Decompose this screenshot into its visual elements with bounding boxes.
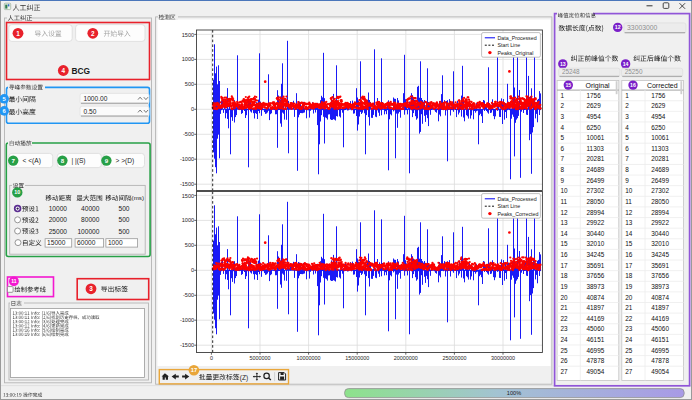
svg-text:30440: 30440 [587,230,605,237]
svg-text:6250: 6250 [587,124,602,131]
svg-text:-1500: -1500 [180,342,194,348]
svg-text:15: 15 [565,82,571,88]
svg-text:44169: 44169 [587,315,605,322]
svg-text:9: 9 [625,177,629,184]
svg-text:20000000: 20000000 [394,355,418,361]
svg-text:26: 26 [625,357,633,364]
svg-text:25: 25 [625,347,633,354]
svg-text:1: 1 [561,92,565,99]
svg-text:Corrected: Corrected [647,82,678,89]
svg-text:29922: 29922 [651,219,669,226]
svg-text:20: 20 [625,294,633,301]
svg-text:32010: 32010 [587,240,605,247]
svg-text:0.50: 0.50 [84,108,97,115]
svg-text:8: 8 [625,166,629,173]
svg-text:-500: -500 [183,131,194,137]
svg-text:5000000: 5000000 [250,355,271,361]
svg-text:1756: 1756 [651,92,666,99]
svg-text:1756: 1756 [587,92,602,99]
svg-text:500: 500 [118,228,129,235]
svg-text:5: 5 [561,134,565,141]
svg-text:4: 4 [62,67,66,74]
svg-text:Peaks_Corrected: Peaks_Corrected [498,211,539,217]
svg-text:47878: 47878 [651,357,669,364]
svg-text:10061: 10061 [651,134,669,141]
svg-text:15: 15 [625,240,633,247]
svg-text:0: 0 [191,106,194,112]
svg-text:1: 1 [625,92,629,99]
svg-text:1000: 1000 [182,217,194,223]
svg-text:26: 26 [561,357,569,364]
svg-text:Start Line: Start Line [498,203,521,209]
svg-text:Data_Processed: Data_Processed [498,35,537,41]
svg-text:500: 500 [185,242,194,248]
svg-text:47878: 47878 [587,357,605,364]
svg-text:6: 6 [625,145,629,152]
svg-text:40874: 40874 [587,294,605,301]
svg-text:15000000: 15000000 [345,355,369,361]
svg-text:20281: 20281 [651,155,669,162]
svg-text:7: 7 [561,155,565,162]
svg-text:16: 16 [561,251,569,258]
svg-text:28050: 28050 [651,198,669,205]
svg-text:24689: 24689 [587,166,605,173]
svg-text:6250: 6250 [651,124,666,131]
svg-text:46151: 46151 [651,336,669,343]
svg-text:16: 16 [630,82,636,88]
svg-text:-1000: -1000 [180,156,194,162]
svg-text:32010: 32010 [651,240,669,247]
svg-text:100000: 100000 [77,228,99,235]
svg-text:25: 25 [561,347,569,354]
svg-text:500: 500 [118,216,129,223]
svg-text:7: 7 [11,157,15,164]
svg-text:19: 19 [625,283,633,290]
svg-text:27: 27 [561,368,569,375]
svg-text:37656: 37656 [587,272,605,279]
svg-text:< <(A): < <(A) [23,157,41,165]
svg-text:Peaks_Original: Peaks_Original [498,50,534,56]
svg-text:9: 9 [105,157,109,164]
svg-text:30440: 30440 [651,230,669,237]
svg-text:2: 2 [561,102,565,109]
svg-text:46151: 46151 [587,336,605,343]
svg-text:12: 12 [625,209,633,216]
svg-text:13: 13 [625,219,633,226]
svg-text:14: 14 [561,230,569,237]
svg-text:11: 11 [561,198,568,205]
svg-text:1000.00: 1000.00 [84,95,108,102]
svg-text:28050: 28050 [587,198,605,205]
svg-text:15: 15 [561,240,569,247]
svg-text:100%: 100% [507,390,521,396]
svg-text:49054: 49054 [587,368,605,375]
svg-text:27: 27 [625,368,633,375]
svg-text:30000000: 30000000 [491,355,515,361]
svg-text:25000000: 25000000 [442,355,466,361]
svg-text:7: 7 [625,155,629,162]
svg-text:4954: 4954 [651,113,666,120]
svg-text:11303: 11303 [651,145,669,152]
svg-text:45060: 45060 [651,325,669,332]
svg-text:13: 13 [561,219,569,226]
svg-text:22: 22 [561,315,569,322]
svg-text:3: 3 [561,113,565,120]
svg-text:44169: 44169 [651,315,669,322]
svg-text:25248: 25248 [562,68,580,75]
svg-text:17: 17 [191,367,197,373]
svg-text:38973: 38973 [651,283,669,290]
svg-text:27302: 27302 [587,187,605,194]
svg-text:11303: 11303 [587,145,605,152]
svg-text:1000: 1000 [108,239,123,246]
svg-text:10: 10 [625,187,633,194]
svg-text:17: 17 [625,262,633,269]
svg-text:10061: 10061 [587,134,605,141]
svg-text:18: 18 [625,272,633,279]
svg-text:28994: 28994 [651,209,669,216]
svg-text:21: 21 [625,304,633,311]
svg-text:29922: 29922 [587,219,605,226]
svg-text:9: 9 [561,177,565,184]
svg-text:21: 21 [561,304,569,311]
svg-text:Data_Processed: Data_Processed [498,196,537,202]
svg-text:40874: 40874 [651,294,669,301]
svg-text:0: 0 [191,267,194,273]
svg-text:13: 13 [560,61,566,67]
